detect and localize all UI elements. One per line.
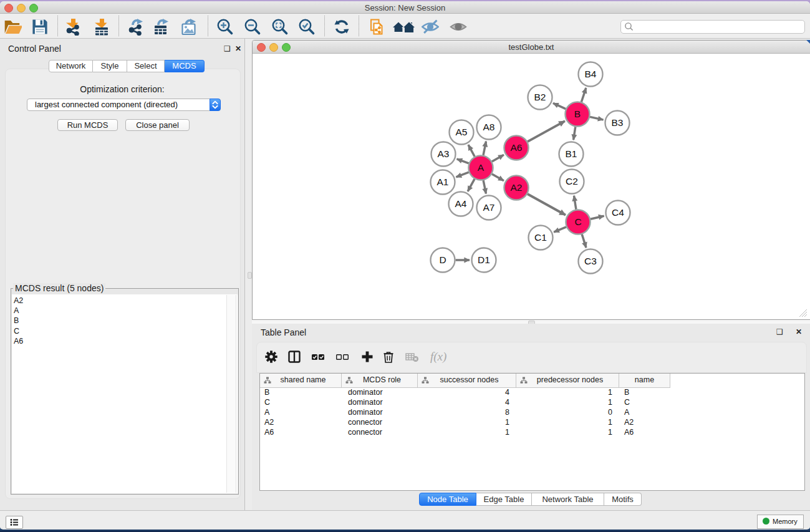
svg-text:A8: A8 <box>483 122 495 132</box>
svg-text:C4: C4 <box>612 207 624 218</box>
svg-text:A2: A2 <box>511 182 523 193</box>
svg-text:C3: C3 <box>584 256 597 266</box>
svg-text:A5: A5 <box>456 127 468 137</box>
svg-text:B1: B1 <box>566 148 577 159</box>
svg-text:C: C <box>574 216 581 227</box>
svg-text:A: A <box>478 162 485 173</box>
svg-text:C1: C1 <box>534 232 547 243</box>
svg-text:A1: A1 <box>437 177 449 187</box>
svg-text:B2: B2 <box>534 92 546 102</box>
svg-text:A4: A4 <box>455 198 467 209</box>
svg-text:A3: A3 <box>438 148 450 159</box>
svg-text:A7: A7 <box>483 202 495 213</box>
svg-text:D: D <box>439 254 446 265</box>
svg-text:B: B <box>574 109 581 119</box>
svg-text:B4: B4 <box>585 69 597 79</box>
svg-text:D1: D1 <box>478 254 490 265</box>
svg-text:B3: B3 <box>612 117 624 128</box>
svg-text:C2: C2 <box>566 176 578 186</box>
svg-text:A6: A6 <box>511 142 523 153</box>
